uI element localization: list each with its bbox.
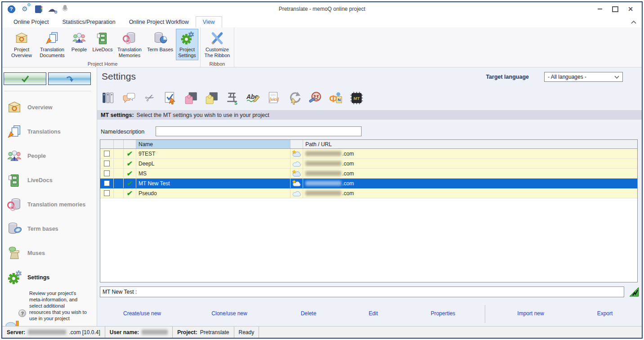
people-button[interactable]: People [68, 29, 90, 54]
customize-ribbon-icon [210, 31, 225, 46]
sidebar-item-translations[interactable]: Translations [2, 120, 97, 144]
translation-documents-button[interactable]: Translation Documents [37, 29, 67, 60]
column-header-blank[interactable] [114, 140, 124, 148]
svg-text:N: N [338, 97, 341, 102]
tab-online-project[interactable]: Online Project [7, 17, 56, 27]
row-checkbox[interactable] [104, 151, 110, 157]
communication-icon[interactable] [121, 90, 137, 106]
status-line-label: MT settings: [101, 112, 134, 118]
tab-statistics-preparation[interactable]: Statistics/Preparation [56, 17, 122, 27]
term-bases-button[interactable]: Term Bases [145, 29, 175, 54]
create-use-new-link[interactable]: Create/use new [123, 310, 161, 317]
column-header-status[interactable] [124, 140, 136, 148]
tab-view[interactable]: View [196, 16, 222, 27]
target-language-dropdown[interactable]: - All languages - [544, 72, 623, 82]
sidebar-item-overview[interactable]: Overview [2, 95, 97, 120]
sidebar-item-people[interactable]: People [2, 144, 97, 168]
sidebar-separator [4, 91, 91, 91]
mt-settings-icon[interactable]: MT [349, 90, 364, 106]
validate-flag-icon[interactable] [629, 286, 640, 297]
resource-console-icon[interactable] [34, 4, 43, 13]
maximize-button[interactable] [608, 4, 622, 14]
row-checkbox[interactable] [104, 170, 110, 176]
sidebar-item-muses[interactable]: Muses [2, 241, 97, 265]
auto-translation-rules-icon[interactable] [183, 90, 199, 106]
table-row-selected[interactable]: ✔ MT New Test .com [100, 179, 637, 188]
tab-online-project-workflow[interactable]: Online Project Workflow [122, 17, 196, 27]
project-settings-button[interactable]: Project Settings [176, 29, 198, 60]
livedocs-button[interactable]: LiveDocs [91, 29, 114, 54]
font-substitution-icon[interactable]: ΦN [328, 90, 344, 106]
deliver-return-button[interactable] [4, 72, 46, 85]
partially-visible-icon [5, 320, 20, 326]
sidebar-item-settings[interactable]: Settings [2, 265, 97, 290]
table-row[interactable]: ✔ DeepL .com [100, 159, 637, 169]
status-user: User name: [105, 327, 173, 338]
close-button[interactable]: ✕ [624, 4, 637, 14]
settings-gear-icon [179, 31, 195, 46]
name-description-input[interactable] [156, 126, 362, 136]
svg-text:MT: MT [353, 96, 360, 101]
help-icon[interactable]: ? [7, 4, 16, 13]
delete-link[interactable]: Delete [301, 310, 317, 317]
table-row[interactable]: ✔ MS .com [100, 169, 637, 179]
status-project: Project: Pretranslate [173, 327, 234, 338]
server-administrator-icon[interactable]: ☁⚙ [47, 4, 56, 13]
customize-ribbon-button[interactable]: Customize The Ribbon [202, 29, 232, 60]
forward-workflow-button[interactable] [48, 72, 91, 85]
sidebar-item-livedocs[interactable]: LiveDocs [2, 168, 97, 192]
help-question-icon: ? [18, 309, 26, 317]
quick-access-toolbar: ? ⚙⚙ ☁⚙ [2, 4, 70, 13]
people-icon [6, 148, 23, 164]
settings-category-strip: ✂ 5 Abc [sic!] ΦN MT [101, 90, 364, 106]
shortcuts-icon[interactable] [287, 90, 302, 106]
non-translatable-lists-icon[interactable] [204, 90, 219, 106]
column-header-name[interactable]: Name [136, 140, 291, 148]
edit-link[interactable]: Edit [369, 310, 378, 317]
table-row[interactable]: ✔ Pseudo .com [100, 188, 637, 198]
svg-text:[sic!]: [sic!] [269, 97, 279, 102]
minimize-button[interactable] [593, 4, 607, 14]
term-bases-icon [152, 31, 168, 46]
column-header-path[interactable]: Path / URL [303, 140, 637, 148]
export-link[interactable]: Export [597, 310, 613, 317]
ribbon: Project Overview Translation Documents P… [2, 27, 642, 67]
cloud-star-icon [291, 179, 303, 188]
project-name: Pretranslate [200, 329, 229, 336]
status-ready: Ready [234, 327, 259, 338]
svg-text:5: 5 [234, 100, 237, 105]
options-icon[interactable]: ⚙⚙ [20, 4, 29, 13]
segmentation-rules-icon[interactable]: ✂ [142, 90, 157, 106]
import-new-link[interactable]: Import new [517, 310, 544, 317]
properties-link[interactable]: Properties [431, 310, 456, 317]
row-checkbox[interactable] [104, 180, 110, 186]
window-title: Pretranslate - memoQ online project [2, 6, 642, 12]
row-name: MT New Test [136, 179, 291, 188]
curved-arrow-icon [65, 75, 74, 83]
qa-settings-icon[interactable] [163, 90, 178, 106]
row-path-suffix: .com [342, 180, 354, 187]
sidebar-item-translation-memories[interactable]: Translation memories [2, 192, 97, 217]
column-header-checkbox[interactable] [100, 140, 114, 148]
dictation-icon[interactable] [61, 4, 70, 13]
general-resources-icon[interactable] [101, 90, 116, 106]
name-description-label: Name/description [101, 129, 144, 135]
row-checkbox[interactable] [104, 190, 110, 196]
row-checkbox[interactable] [104, 161, 110, 166]
project-overview-button[interactable]: Project Overview [7, 29, 36, 60]
livedocs-icon [95, 31, 110, 46]
clone-use-new-link[interactable]: Clone/use new [211, 310, 247, 317]
translation-memories-icon [6, 197, 23, 213]
selected-item-field[interactable]: MT New Test : [100, 286, 624, 297]
lqa-models-icon[interactable] [308, 90, 323, 106]
number-formats-icon[interactable]: 5 [225, 90, 240, 106]
row-path-suffix: .com [342, 170, 354, 177]
table-row[interactable]: ✔ 9TEST .com [100, 149, 637, 159]
translation-memories-button[interactable]: Translation Memories [115, 29, 144, 60]
autocorrect-icon[interactable]: Abc [246, 90, 261, 106]
collapse-ribbon-icon[interactable] [631, 18, 636, 26]
sidebar-item-term-bases[interactable]: Term bases [2, 217, 97, 241]
column-header-type[interactable] [291, 140, 303, 148]
ignore-lists-icon[interactable]: [sic!] [266, 90, 282, 106]
row-name: DeepL [136, 159, 291, 168]
